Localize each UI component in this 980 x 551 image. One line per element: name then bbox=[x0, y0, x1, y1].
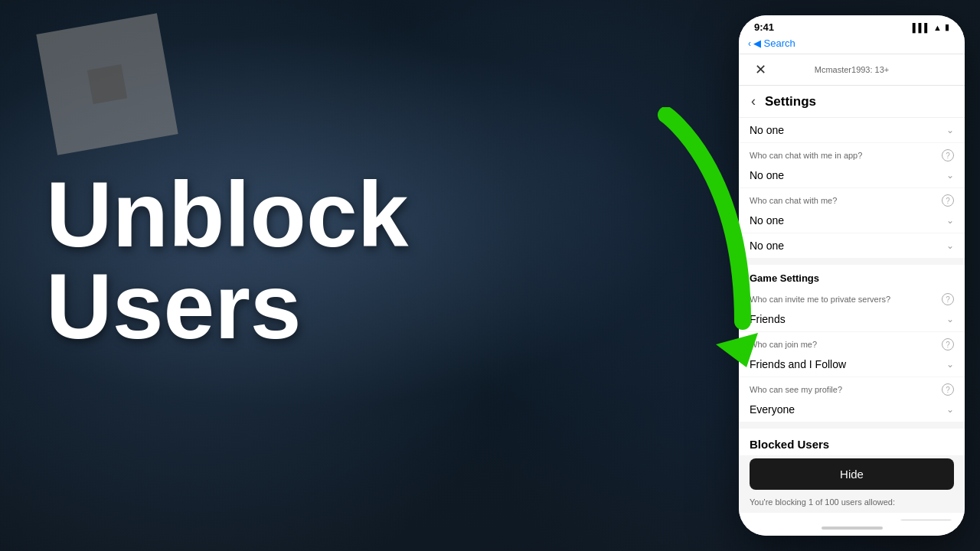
dropdown-select-chat-me[interactable]: No one ⌄ bbox=[739, 208, 965, 233]
dropdown-select-private[interactable]: Friends ⌄ bbox=[739, 307, 965, 331]
home-indicator-bar bbox=[822, 527, 883, 530]
dropdown-join-me: Who can join me? ? Friends and I Follow … bbox=[739, 332, 965, 377]
game-settings-header: Game Settings bbox=[739, 265, 965, 287]
dropdown-value-profile: Everyone bbox=[750, 403, 795, 416]
dropdown-chevron-join: ⌄ bbox=[946, 359, 954, 370]
help-icon-5[interactable]: ? bbox=[942, 383, 954, 396]
dropdown-chevron-private: ⌄ bbox=[946, 314, 954, 324]
help-icon-1[interactable]: ? bbox=[942, 149, 954, 161]
dropdown-label-private: Who can invite me to private servers? ? bbox=[739, 287, 965, 307]
dropdown-select-chat-app[interactable]: No one ⌄ bbox=[739, 163, 965, 187]
dropdown-select-join[interactable]: Friends and I Follow ⌄ bbox=[739, 352, 965, 377]
dropdown-chevron-profile: ⌄ bbox=[946, 404, 954, 415]
dropdown-label-join: Who can join me? ? bbox=[739, 332, 965, 352]
dropdown-chevron-chat-me: ⌄ bbox=[946, 215, 954, 226]
help-icon-3[interactable]: ? bbox=[942, 293, 954, 305]
dropdown-chevron-1: ⌄ bbox=[946, 125, 954, 135]
bottom-indicator bbox=[739, 520, 965, 536]
signal-icon: ▌▌▌ bbox=[913, 23, 930, 32]
phone-frame: 9:41 ▌▌▌ ▲ ▮ ‹ ◀ Search ✕ Mcmaster1993: … bbox=[739, 15, 965, 536]
dropdown-chat-app: Who can chat with me in app? ? No one ⌄ bbox=[739, 143, 965, 187]
nav-search-link[interactable]: ◀ Search bbox=[753, 37, 795, 49]
hide-button[interactable]: Hide bbox=[750, 458, 954, 490]
dropdown-chevron-chat-app: ⌄ bbox=[946, 170, 954, 181]
settings-title: Settings bbox=[765, 94, 816, 109]
dropdown-private-servers: Who can invite me to private servers? ? … bbox=[739, 287, 965, 331]
settings-content: No one ⌄ Who can chat with me in app? ? … bbox=[739, 118, 965, 520]
dropdown-select-profile[interactable]: Everyone ⌄ bbox=[739, 397, 965, 422]
green-arrow-icon bbox=[643, 107, 766, 375]
title-line2: Users bbox=[46, 260, 408, 352]
help-icon-2[interactable]: ? bbox=[942, 194, 954, 207]
dropdown-no-one-1: No one ⌄ bbox=[739, 118, 965, 142]
svg-marker-1 bbox=[716, 333, 758, 367]
blocked-users-header: Blocked Users bbox=[739, 429, 965, 455]
header-bar: ✕ Mcmaster1993: 13+ bbox=[739, 54, 965, 86]
main-title: Unblock Users bbox=[46, 168, 408, 352]
dropdown-select-3[interactable]: No one ⌄ bbox=[739, 233, 965, 258]
wifi-icon: ▲ bbox=[933, 23, 942, 32]
roblox-logo bbox=[46, 23, 168, 145]
dropdown-label-chat-app: Who can chat with me in app? ? bbox=[739, 143, 965, 163]
section-divider-1 bbox=[739, 259, 965, 265]
dropdown-select-1[interactable]: No one ⌄ bbox=[739, 118, 965, 142]
close-button[interactable]: ✕ bbox=[751, 60, 769, 79]
dropdown-see-profile: Who can see my profile? ? Everyone ⌄ bbox=[739, 377, 965, 422]
dropdown-label-chat-me: Who can chat with me? ? bbox=[739, 188, 965, 208]
blocking-info: You're blocking 1 of 100 users allowed: bbox=[739, 496, 965, 513]
blocked-user-row: GIRLBOT @frai2503 Unblock bbox=[739, 513, 965, 520]
section-divider-2 bbox=[739, 422, 965, 429]
settings-header: ‹ Settings bbox=[739, 86, 965, 118]
status-bar: 9:41 ▌▌▌ ▲ ▮ bbox=[739, 15, 965, 36]
nav-bar: ‹ ◀ Search bbox=[739, 36, 965, 54]
dropdown-no-one-3: No one ⌄ bbox=[739, 233, 965, 258]
status-time: 9:41 bbox=[754, 21, 774, 33]
battery-icon: ▮ bbox=[945, 22, 949, 32]
help-icon-4[interactable]: ? bbox=[942, 338, 954, 350]
nav-chevron-icon: ‹ bbox=[748, 38, 751, 49]
dropdown-chat-me: Who can chat with me? ? No one ⌄ bbox=[739, 188, 965, 233]
header-username: Mcmaster1993: 13+ bbox=[815, 65, 890, 74]
dropdown-chevron-3: ⌄ bbox=[946, 240, 954, 251]
title-line1: Unblock bbox=[46, 168, 408, 260]
dropdown-label-profile: Who can see my profile? ? bbox=[739, 377, 965, 397]
status-icons: ▌▌▌ ▲ ▮ bbox=[913, 22, 949, 32]
